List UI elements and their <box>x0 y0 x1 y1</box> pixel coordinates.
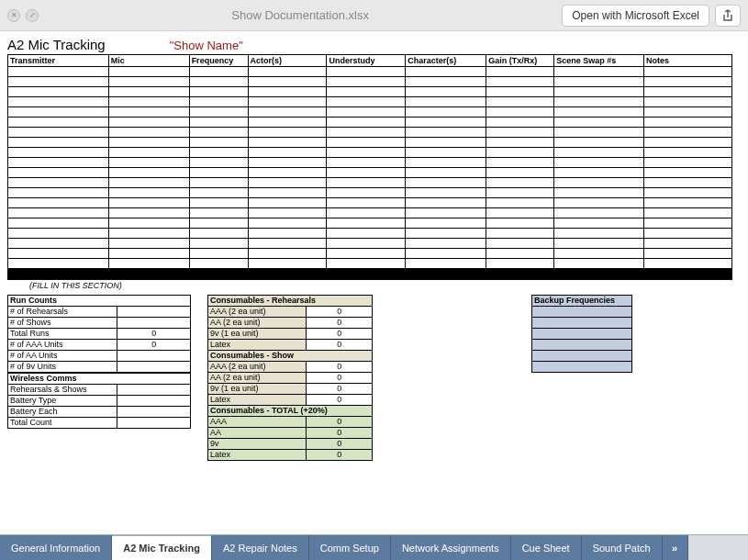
table-row[interactable] <box>8 118 732 128</box>
table-cell[interactable] <box>108 229 189 239</box>
table-cell[interactable] <box>108 249 189 259</box>
table-cell[interactable] <box>532 307 632 318</box>
table-row[interactable] <box>8 259 732 269</box>
table-cell[interactable] <box>644 218 732 229</box>
row-value[interactable]: 0 <box>307 373 373 384</box>
row-value[interactable]: 0 <box>307 318 373 329</box>
table-cell[interactable] <box>486 107 554 118</box>
table-cell[interactable] <box>532 340 632 351</box>
table-cell[interactable] <box>108 239 189 249</box>
table-cell[interactable] <box>554 128 644 138</box>
table-cell[interactable] <box>189 188 248 198</box>
table-cell[interactable] <box>189 148 248 158</box>
table-cell[interactable] <box>644 77 732 87</box>
table-cell[interactable] <box>248 148 327 158</box>
table-cell[interactable] <box>644 259 732 269</box>
table-cell[interactable] <box>327 198 406 208</box>
table-cell[interactable] <box>554 259 644 269</box>
table-cell[interactable] <box>108 128 189 138</box>
table-cell[interactable] <box>532 318 632 329</box>
table-cell[interactable] <box>406 158 486 168</box>
table-row[interactable]: AAA0 <box>208 417 373 428</box>
table-cell[interactable] <box>644 208 732 218</box>
table-row[interactable]: AA (2 ea unit)0 <box>208 373 373 384</box>
row-value[interactable]: 0 <box>307 417 373 428</box>
row-value[interactable] <box>117 407 191 418</box>
table-cell[interactable] <box>532 351 632 362</box>
table-row[interactable] <box>8 178 732 188</box>
table-cell[interactable] <box>327 138 406 148</box>
table-cell[interactable] <box>486 208 554 218</box>
table-cell[interactable] <box>189 198 248 208</box>
table-cell[interactable] <box>189 249 248 259</box>
table-row[interactable]: AAA (2 ea unit)0 <box>208 362 373 373</box>
table-cell[interactable] <box>108 118 189 128</box>
table-cell[interactable] <box>8 97 109 107</box>
row-value[interactable]: 0 <box>307 307 373 318</box>
table-row[interactable]: # of AA Units <box>8 351 191 362</box>
table-cell[interactable] <box>327 249 406 259</box>
table-row[interactable]: AAA (2 ea unit)0 <box>208 307 373 318</box>
table-cell[interactable] <box>554 138 644 148</box>
table-cell[interactable] <box>248 128 327 138</box>
table-cell[interactable] <box>406 77 486 87</box>
table-cell[interactable] <box>8 239 109 249</box>
table-cell[interactable] <box>108 259 189 269</box>
table-cell[interactable] <box>554 218 644 229</box>
table-cell[interactable] <box>248 229 327 239</box>
table-cell[interactable] <box>248 198 327 208</box>
table-row[interactable]: 9v (1 ea unit)0 <box>208 329 373 340</box>
mic-tracking-table[interactable]: TransmitterMicFrequencyActor(s)Understud… <box>7 54 732 280</box>
table-row[interactable] <box>8 208 732 218</box>
table-cell[interactable] <box>554 158 644 168</box>
table-cell[interactable] <box>8 118 109 128</box>
open-with-excel-button[interactable]: Open with Microsoft Excel <box>562 5 709 27</box>
table-row[interactable]: Latex0 <box>208 450 373 461</box>
run-counts-table[interactable]: Run Counts # of Rehearsals# of ShowsTota… <box>7 295 191 373</box>
table-cell[interactable] <box>8 168 109 178</box>
table-cell[interactable] <box>644 198 732 208</box>
table-cell[interactable] <box>486 97 554 107</box>
table-cell[interactable] <box>486 67 554 77</box>
tab-a2-repair-notes[interactable]: A2 Repair Notes <box>212 535 309 560</box>
table-cell[interactable] <box>486 118 554 128</box>
row-value[interactable] <box>117 385 191 396</box>
table-row[interactable] <box>532 351 632 362</box>
table-cell[interactable] <box>327 229 406 239</box>
row-value[interactable]: 0 <box>307 439 373 450</box>
table-row[interactable]: # of AAA Units0 <box>8 340 191 351</box>
table-cell[interactable] <box>406 178 486 188</box>
table-row[interactable] <box>8 67 732 77</box>
table-cell[interactable] <box>406 249 486 259</box>
fullscreen-icon[interactable]: ⤢ <box>26 9 39 22</box>
table-cell[interactable] <box>248 107 327 118</box>
table-cell[interactable] <box>8 178 109 188</box>
table-row[interactable]: Latex0 <box>208 395 373 406</box>
backup-frequencies-table[interactable]: Backup Frequencies <box>531 295 632 373</box>
table-cell[interactable] <box>554 229 644 239</box>
table-cell[interactable] <box>8 87 109 97</box>
table-row[interactable] <box>8 77 732 87</box>
table-cell[interactable] <box>554 67 644 77</box>
row-value[interactable]: 0 <box>307 362 373 373</box>
table-cell[interactable] <box>189 218 248 229</box>
table-cell[interactable] <box>189 158 248 168</box>
table-cell[interactable] <box>108 77 189 87</box>
table-cell[interactable] <box>644 128 732 138</box>
table-row[interactable]: 9v (1 ea unit)0 <box>208 384 373 395</box>
table-cell[interactable] <box>406 259 486 269</box>
table-cell[interactable] <box>108 168 189 178</box>
row-value[interactable] <box>117 362 191 373</box>
table-cell[interactable] <box>644 107 732 118</box>
table-cell[interactable] <box>248 249 327 259</box>
table-row[interactable] <box>8 138 732 148</box>
table-cell[interactable] <box>486 77 554 87</box>
table-cell[interactable] <box>108 107 189 118</box>
table-row[interactable]: # of Shows <box>8 318 191 329</box>
table-cell[interactable] <box>189 208 248 218</box>
table-cell[interactable] <box>108 158 189 168</box>
table-cell[interactable] <box>554 168 644 178</box>
table-cell[interactable] <box>486 218 554 229</box>
table-cell[interactable] <box>486 128 554 138</box>
table-cell[interactable] <box>248 218 327 229</box>
